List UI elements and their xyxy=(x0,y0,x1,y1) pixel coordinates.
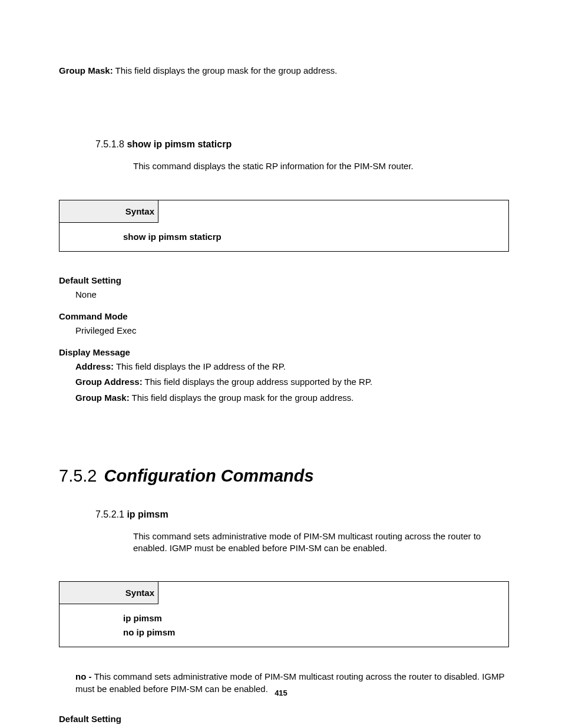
heading-7-5-1-8: 7.5.1.8 show ip pimsm staticrp xyxy=(95,139,509,150)
syntax-header-1: Syntax xyxy=(59,200,508,223)
msg-row: Group Mask: This field displays the grou… xyxy=(75,392,509,404)
spacer xyxy=(59,699,509,714)
msg-address-label: Address: xyxy=(75,361,114,371)
msg-group-address-label: Group Address: xyxy=(75,377,143,387)
heading-7-5-2-num: 7.5.2 xyxy=(59,466,102,485)
group-mask-top: Group Mask: This field displays the grou… xyxy=(59,65,509,77)
heading-7-5-2-1: 7.5.2.1 ip pimsm xyxy=(95,509,509,520)
msg-group-mask-text: This field displays the group mask for t… xyxy=(130,393,354,403)
spacer xyxy=(59,176,509,200)
syntax-label-1: Syntax xyxy=(59,200,158,223)
default-val-1: None xyxy=(75,289,509,301)
syntax-line-1: ip pimsm xyxy=(123,611,501,625)
desc-7-5-2-1: This command sets administrative mode of… xyxy=(133,531,509,555)
spacer xyxy=(59,304,509,311)
spacer xyxy=(59,340,509,347)
heading-7-5-1-8-title: show ip pimsm staticrp xyxy=(127,139,232,149)
no-label: no - xyxy=(75,671,94,681)
heading-7-5-2-1-num: 7.5.2.1 xyxy=(95,509,127,519)
msg-row: Group Address: This field displays the g… xyxy=(75,376,509,388)
msg-group-address-text: This field displays the group address su… xyxy=(143,377,373,387)
heading-7-5-2: 7.5.2 Configuration Commands xyxy=(59,466,509,486)
mode-val-1: Privileged Exec xyxy=(75,325,509,337)
msg-address-text: This field displays the IP address of th… xyxy=(114,361,286,371)
desc-7-5-1-8: This command displays the static RP info… xyxy=(133,160,509,172)
document-page: Group Mask: This field displays the grou… xyxy=(0,0,562,728)
syntax-line-2: no ip pimsm xyxy=(123,625,501,640)
default-label-2: Default Setting xyxy=(59,714,509,724)
heading-7-5-2-title: Configuration Commands xyxy=(104,466,314,485)
display-label-1: Display Message xyxy=(59,347,509,357)
syntax-box-2: Syntax ip pimsm no ip pimsm xyxy=(59,581,509,647)
page-number: 415 xyxy=(0,689,562,697)
group-mask-top-label: Group Mask: xyxy=(59,65,113,75)
group-mask-top-text: This field displays the group mask for t… xyxy=(113,65,338,75)
syntax-box-1: Syntax show ip pimsm staticrp xyxy=(59,200,509,252)
spacer xyxy=(59,558,509,581)
syntax-header-2: Syntax xyxy=(59,582,508,604)
spacer xyxy=(59,407,509,466)
msg-group-mask-label: Group Mask: xyxy=(75,393,130,403)
spacer xyxy=(59,80,509,139)
mode-label-1: Command Mode xyxy=(59,311,509,321)
heading-7-5-2-1-title: ip pimsm xyxy=(127,509,168,519)
syntax-body-1: show ip pimsm staticrp xyxy=(59,223,508,251)
syntax-label-2: Syntax xyxy=(59,582,158,604)
default-label-1: Default Setting xyxy=(59,275,509,285)
heading-7-5-1-8-num: 7.5.1.8 xyxy=(95,139,127,149)
spacer xyxy=(59,252,509,275)
syntax-body-2: ip pimsm no ip pimsm xyxy=(59,604,508,647)
spacer xyxy=(59,647,509,671)
msg-row: Address: This field displays the IP addr… xyxy=(75,361,509,373)
